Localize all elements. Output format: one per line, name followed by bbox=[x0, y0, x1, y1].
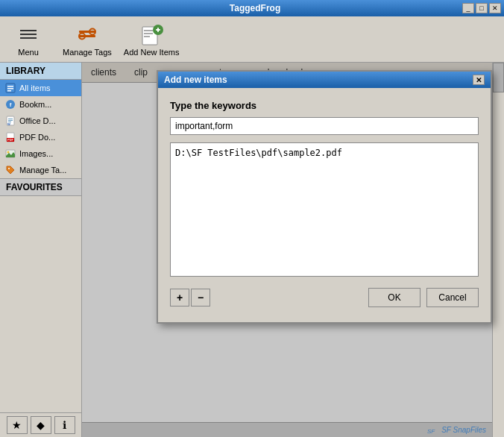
sidebar-item-office[interactable]: W Office D... bbox=[0, 113, 81, 129]
manage-tags-icon bbox=[75, 22, 99, 46]
menu-toolbar-item[interactable]: Menu bbox=[6, 22, 51, 57]
office-icon: W bbox=[4, 115, 16, 127]
svg-rect-12 bbox=[7, 86, 13, 87]
title-bar: TaggedFrog _ □ ✕ bbox=[0, 0, 504, 16]
add-new-items-label: Add New Items bbox=[124, 48, 180, 57]
modal-title-bar: Add new items ✕ bbox=[158, 72, 491, 88]
add-new-items-icon bbox=[139, 22, 163, 46]
maximize-button[interactable]: □ bbox=[476, 3, 488, 13]
menu-label: Menu bbox=[18, 48, 39, 57]
svg-text:PDF: PDF bbox=[7, 138, 14, 142]
manage-tags-label: Manage Tags bbox=[63, 48, 112, 57]
sidebar-footer: ★ ◆ ℹ bbox=[0, 412, 81, 437]
scrollbar[interactable] bbox=[492, 63, 504, 437]
sidebar-images-label: Images... bbox=[19, 149, 53, 158]
info-button[interactable]: ℹ bbox=[54, 416, 75, 434]
sidebar-item-all-items[interactable]: All items bbox=[0, 80, 81, 96]
modal-overlay: Add new items ✕ Type the keywords D:\SF … bbox=[82, 63, 492, 437]
svg-rect-10 bbox=[157, 28, 159, 32]
files-textarea[interactable]: D:\SF TestFiles\pdf\sample2.pdf bbox=[170, 142, 479, 277]
svg-rect-19 bbox=[8, 120, 13, 121]
add-new-items-toolbar-item[interactable]: Add New Items bbox=[124, 22, 180, 57]
menu-icon bbox=[16, 22, 40, 46]
modal-section-title: Type the keywords bbox=[170, 100, 479, 111]
minimize-button[interactable]: _ bbox=[462, 3, 474, 13]
add-file-button[interactable]: + bbox=[170, 289, 189, 306]
main-container: LIBRARY All items f Bookm... bbox=[0, 63, 504, 437]
content-area: clients clip comp customers downloads no… bbox=[82, 63, 492, 437]
svg-point-27 bbox=[8, 168, 10, 169]
sidebar-pdf-label: PDF Do... bbox=[19, 133, 55, 142]
sidebar-item-pdf[interactable]: PDF PDF Do... bbox=[0, 129, 81, 145]
modal-left-buttons: + − bbox=[170, 289, 210, 306]
manage-tags-toolbar-item[interactable]: Manage Tags bbox=[63, 22, 112, 57]
scroll-thumb[interactable] bbox=[493, 63, 504, 92]
modal-footer: + − OK Cancel bbox=[170, 288, 479, 310]
cancel-button[interactable]: Cancel bbox=[426, 288, 479, 307]
favourites-title: FAVOURITES bbox=[0, 178, 81, 196]
svg-text:f: f bbox=[10, 101, 12, 108]
svg-rect-14 bbox=[7, 90, 11, 92]
sidebar-item-manage-tags[interactable]: Manage Ta... bbox=[0, 162, 81, 178]
sidebar-manage-tags-label: Manage Ta... bbox=[19, 166, 66, 175]
window-controls: _ □ ✕ bbox=[462, 3, 501, 13]
sidebar-item-images[interactable]: Images... bbox=[0, 145, 81, 162]
close-button[interactable]: ✕ bbox=[489, 3, 501, 13]
sidebar-all-items-label: All items bbox=[19, 84, 51, 92]
modal-right-buttons: OK Cancel bbox=[368, 288, 479, 307]
pdf-icon: PDF bbox=[4, 131, 16, 143]
sidebar-item-bookmarks[interactable]: f Bookm... bbox=[0, 96, 81, 113]
keywords-input[interactable] bbox=[170, 117, 479, 135]
library-title: LIBRARY bbox=[0, 63, 81, 80]
toolbar: Menu Manage Tags Add New Items bbox=[0, 16, 504, 63]
ok-button[interactable]: OK bbox=[368, 288, 420, 307]
modal-body: Type the keywords D:\SF TestFiles\pdf\sa… bbox=[158, 88, 491, 322]
add-new-items-modal: Add new items ✕ Type the keywords D:\SF … bbox=[157, 70, 492, 324]
svg-rect-5 bbox=[144, 30, 153, 31]
modal-close-button[interactable]: ✕ bbox=[473, 75, 485, 85]
svg-rect-13 bbox=[7, 88, 13, 89]
images-icon bbox=[4, 148, 16, 160]
svg-rect-18 bbox=[8, 119, 13, 119]
svg-rect-6 bbox=[144, 33, 153, 34]
remove-file-button[interactable]: − bbox=[191, 289, 210, 306]
sidebar-office-label: Office D... bbox=[19, 116, 56, 125]
manage-tags-sidebar-icon bbox=[4, 164, 16, 176]
diamond-button[interactable]: ◆ bbox=[31, 416, 51, 434]
svg-text:W: W bbox=[7, 122, 10, 126]
bookmarks-icon: f bbox=[4, 98, 16, 110]
svg-rect-7 bbox=[144, 36, 150, 37]
app-title: TaggedFrog bbox=[48, 3, 462, 13]
star-button[interactable]: ★ bbox=[7, 416, 28, 434]
all-items-icon bbox=[4, 82, 16, 94]
sidebar-bookmarks-label: Bookm... bbox=[19, 100, 51, 109]
modal-title: Add new items bbox=[164, 75, 227, 85]
sidebar: LIBRARY All items f Bookm... bbox=[0, 63, 82, 437]
